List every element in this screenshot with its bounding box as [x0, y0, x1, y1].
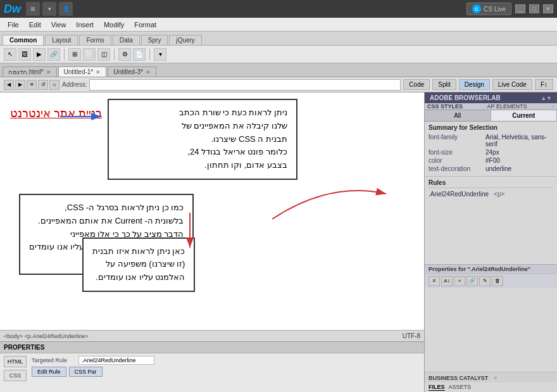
callout-top-text: ניתן לראות כעת כי שורת הכתב שלנו קיבלה א… — [118, 106, 287, 172]
view-live-code[interactable]: Live Code — [492, 79, 532, 90]
media-icon[interactable]: ▶ — [33, 48, 46, 61]
cs-live-button[interactable]: C CS Live — [466, 3, 511, 15]
menu-insert[interactable]: Insert — [71, 20, 99, 30]
menu-file[interactable]: File — [3, 20, 24, 30]
doc-tab-label-2: Untitled-3* — [113, 68, 143, 75]
link-icon[interactable]: 🔗 — [47, 48, 60, 61]
summary-val-0: Arial, Helvetica, sans-serif — [485, 134, 553, 148]
view-bar: ◀ ▶ ✕ ↺ ⌂ Address: Code Split Design Liv… — [0, 77, 557, 92]
address-input[interactable] — [89, 79, 401, 91]
targeted-rule-value[interactable]: .Ariel24RedUnderline — [78, 356, 154, 365]
toolbar-tabs: Common Layout Forms Data Spry jQuery — [0, 32, 557, 46]
doc-tab-1[interactable]: Untitled-1* ✕ — [58, 66, 107, 77]
rule-selector-0[interactable]: .Ariel24RedUnderline — [429, 191, 489, 198]
menu-edit[interactable]: Edit — [24, 20, 46, 30]
css-tabs: All Current — [425, 110, 557, 122]
properties-title: PROPERTIES — [4, 344, 44, 351]
panel-arrows[interactable]: » — [551, 103, 554, 110]
tab-layout[interactable]: Layout — [45, 35, 78, 45]
stop-button[interactable]: ✕ — [27, 80, 37, 90]
doc-tab-label-1: Untitled-1* — [64, 68, 94, 75]
rt-btn-delete[interactable]: 🗑 — [492, 276, 503, 286]
widget-icon[interactable]: ⚙ — [118, 48, 131, 61]
tab-data[interactable]: Data — [113, 35, 140, 45]
restore-button[interactable]: □ — [529, 4, 539, 13]
tab-jquery[interactable]: jQuery — [169, 35, 201, 45]
table-icon[interactable]: ⊞ — [68, 48, 81, 61]
summary-key-1: font-size — [429, 149, 485, 156]
view-fi[interactable]: F↕ — [535, 79, 553, 90]
menu-bar: File Edit View Insert Modify Format — [0, 18, 557, 32]
rt-btn-sort[interactable]: A↕ — [441, 276, 453, 286]
tab-spry[interactable]: Spry — [141, 35, 168, 45]
nav-buttons: ◀ ▶ ✕ ↺ ⌂ — [4, 80, 59, 90]
summary-key-2: color — [429, 157, 485, 164]
arrow-icon[interactable]: ▾ — [42, 2, 56, 16]
css-label: CSS — [9, 372, 22, 379]
cursor-icon[interactable]: ↖ — [4, 48, 16, 61]
css-tab-current[interactable]: Current — [491, 110, 558, 121]
prop-for-label: Properties for ".Ariel24RedUnderline" — [425, 265, 557, 274]
expand-icon[interactable]: ▲▼ — [541, 95, 552, 101]
doc-tab-close-2[interactable]: ✕ — [146, 69, 151, 75]
properties-panel: PROPERTIES HTML CSS — [0, 341, 424, 392]
files-tab-files[interactable]: FILES — [429, 384, 445, 391]
person-icon[interactable]: 👤 — [59, 2, 73, 16]
html-type-button[interactable]: HTML — [4, 356, 27, 367]
editor-area: בניית אתר אינטרנט ניתן לראות כעת כי שורת… — [0, 92, 424, 392]
edit-rule-button[interactable]: Edit Rule — [32, 367, 66, 377]
doc-tab-2[interactable]: Untitled-3* ✕ — [108, 66, 156, 77]
rt-btn-link[interactable]: 🔗 — [466, 276, 478, 286]
canvas: בניית אתר אינטרנט ניתן לראות כעת כי שורת… — [0, 92, 424, 330]
right-panel: ADOBE BROWSERLAB ▲▼ CSS STYLES AP ELEMEN… — [424, 92, 557, 392]
view-design[interactable]: Design — [459, 79, 490, 90]
rt-btn-add[interactable]: + — [454, 276, 465, 286]
targeted-rule-row: Targeted Rule .Ariel24RedUnderline — [32, 356, 154, 365]
menu-modify[interactable]: Modify — [99, 20, 129, 30]
css-par-button[interactable]: CSS Par — [69, 367, 103, 377]
image-icon[interactable]: 🖼 — [18, 48, 31, 61]
separator-2 — [114, 49, 115, 60]
ap-elements-label: AP ELEMENTS — [487, 103, 527, 110]
layer-icon[interactable]: ◫ — [97, 48, 110, 61]
rt-btn-edit[interactable]: ✎ — [479, 276, 491, 286]
address-bar: Address: — [62, 79, 401, 91]
forward-button[interactable]: ▶ — [15, 80, 25, 90]
arrow-to-props — [171, 210, 209, 254]
biz-arrow[interactable]: ▼ — [492, 375, 498, 381]
summary-section: Summary for Selection font-family Arial,… — [425, 122, 557, 177]
right-toolbar: ≡ A↕ + 🔗 ✎ 🗑 — [425, 274, 557, 288]
menu-format[interactable]: Format — [129, 20, 161, 30]
tab-common[interactable]: Common — [3, 35, 44, 45]
css-tab-all[interactable]: All — [425, 110, 491, 121]
files-section: FILES ASSETS — [425, 383, 557, 392]
template-icon[interactable]: 📄 — [133, 48, 146, 61]
rt-btn-list[interactable]: ≡ — [429, 276, 440, 286]
css-type-button[interactable]: CSS — [4, 370, 27, 381]
files-tab-assets[interactable]: ASSETS — [449, 384, 472, 391]
doc-tab-close-0[interactable]: ✕ — [46, 69, 51, 75]
minimize-button[interactable]: _ — [515, 4, 525, 13]
refresh-button[interactable]: ↺ — [38, 80, 48, 90]
doc-tab-close-1[interactable]: ✕ — [96, 69, 101, 75]
summary-row-1: font-size 24px — [429, 149, 553, 156]
css-styles-label: CSS STYLES — [427, 103, 463, 110]
view-code[interactable]: Code — [403, 79, 430, 90]
doc-tab-0[interactable]: הדגמה.html* ✕ — [3, 66, 57, 77]
doc-tab-label-0: הדגמה.html* — [8, 68, 44, 75]
encoding-label: UTF-8 — [403, 332, 420, 339]
tab-forms[interactable]: Forms — [79, 35, 111, 45]
view-split[interactable]: Split — [432, 79, 456, 90]
back-button[interactable]: ◀ — [4, 80, 14, 90]
summary-row-2: color #F00 — [429, 157, 553, 164]
callout-top: ניתן לראות כעת כי שורת הכתב שלנו קיבלה א… — [108, 99, 297, 180]
cs-live-icon: C — [472, 4, 481, 13]
div-icon[interactable]: ⬜ — [83, 48, 96, 61]
home-button[interactable]: ⌂ — [49, 80, 59, 90]
menu-view[interactable]: View — [46, 20, 72, 30]
close-button[interactable]: ✕ — [543, 4, 553, 13]
grid-icon[interactable]: ⊞ — [26, 2, 40, 16]
arrow-down-icon[interactable]: ▾ — [154, 48, 166, 61]
arrow-to-right-panel — [266, 175, 392, 225]
body-selector: <body> <p.Ariel24RedUnderline> — [4, 333, 89, 339]
